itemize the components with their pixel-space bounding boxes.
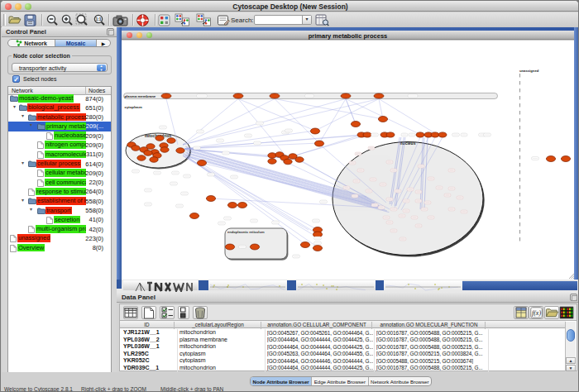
svg-text:f(x): f(x)	[531, 309, 540, 317]
svg-text:cytoplasm: cytoplasm	[125, 105, 142, 109]
svg-text:plasma membrane: plasma membrane	[125, 94, 156, 98]
svg-text:nucleus: nucleus	[400, 141, 416, 146]
svg-text:unassigned: unassigned	[519, 69, 539, 73]
svg-text:1:1: 1:1	[95, 17, 101, 22]
svg-text:endoplasmic reticulum: endoplasmic reticulum	[227, 230, 265, 234]
